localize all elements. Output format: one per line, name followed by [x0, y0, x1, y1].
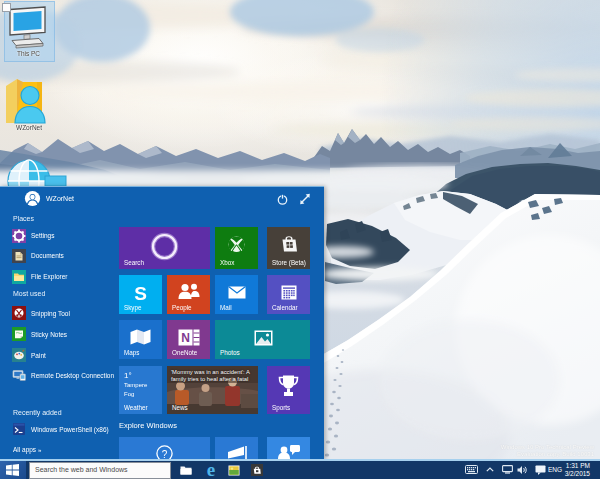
svg-text:?: ? [162, 449, 168, 459]
svg-text:N: N [181, 331, 190, 345]
